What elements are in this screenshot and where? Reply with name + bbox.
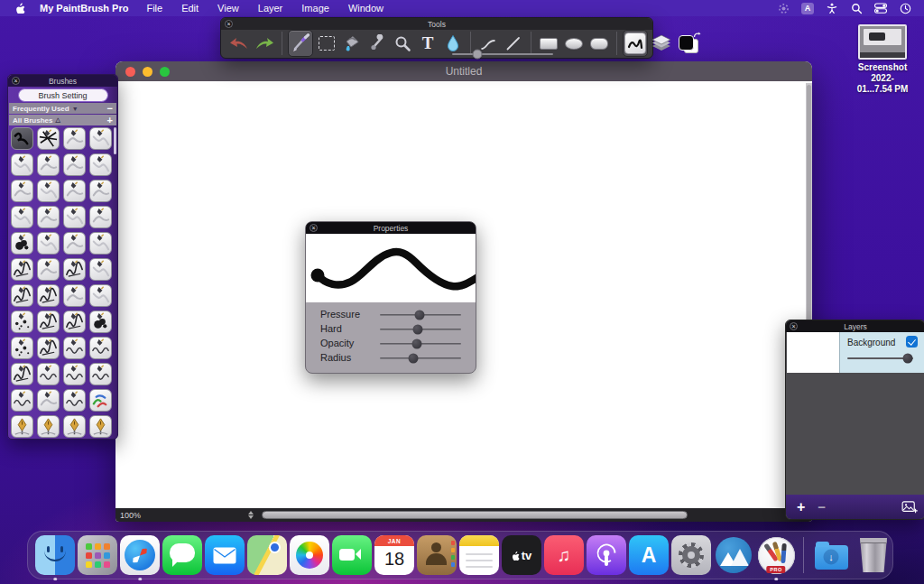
- dock-icon-tv[interactable]: tv: [502, 535, 541, 575]
- rounded-rect-shape-tool[interactable]: [587, 31, 611, 56]
- menu-item-window[interactable]: Window: [348, 3, 383, 14]
- brush-tile-ink[interactable]: [11, 258, 33, 281]
- tool-size-slider-handle[interactable]: [473, 50, 483, 60]
- brush-tile-faint[interactable]: [37, 206, 60, 228]
- brush-tile-ink[interactable]: [11, 284, 33, 307]
- brushes-scrollbar-thumb[interactable]: [114, 127, 117, 154]
- brush-setting-button[interactable]: Brush Setting: [18, 88, 108, 102]
- dock-icon-photos[interactable]: [290, 535, 329, 575]
- slider-track[interactable]: [380, 343, 461, 345]
- layers-tool[interactable]: [650, 31, 673, 56]
- horizontal-scrollbar-thumb[interactable]: [262, 511, 688, 519]
- brush-tile-cross[interactable]: [37, 127, 60, 150]
- add-image-layer-icon[interactable]: [901, 501, 918, 514]
- dock-icon-finder[interactable]: [35, 535, 75, 575]
- brush-tile-faint2[interactable]: [89, 232, 112, 255]
- layer-row-background[interactable]: Background: [787, 332, 924, 373]
- brush-tile-faint2[interactable]: [89, 258, 112, 281]
- add-brush-button[interactable]: +: [107, 116, 113, 125]
- zoom-stepper[interactable]: [247, 510, 255, 520]
- text-tool[interactable]: T: [416, 31, 439, 56]
- dock-icon-app-store[interactable]: A: [629, 535, 669, 575]
- slider-handle[interactable]: [412, 339, 422, 349]
- zoom-level-value[interactable]: 100%: [120, 511, 141, 520]
- properties-panel-titlebar[interactable]: × Properties: [306, 222, 476, 234]
- clock-icon[interactable]: [899, 2, 911, 14]
- dock-icon-downloads[interactable]: ↓: [811, 535, 851, 575]
- brush-tile-ink[interactable]: [63, 258, 86, 281]
- dock-icon-podcasts[interactable]: [587, 535, 626, 575]
- brush-tile-dark[interactable]: [11, 127, 33, 150]
- dock-icon-trash[interactable]: [854, 535, 893, 575]
- tool-size-slider-track[interactable]: [452, 53, 553, 55]
- dock-icon-notes[interactable]: [459, 535, 499, 575]
- dock-icon-system-preferences[interactable]: [671, 535, 711, 575]
- menu-item-image[interactable]: Image: [301, 3, 329, 14]
- brush-tile-faint2[interactable]: [11, 206, 33, 228]
- paintbrush-tool[interactable]: [288, 30, 313, 57]
- brush-tile-faint2[interactable]: [89, 127, 112, 150]
- slider-handle[interactable]: [408, 354, 418, 364]
- search-icon[interactable]: [850, 2, 863, 14]
- brush-tile-ink[interactable]: [37, 311, 60, 333]
- brush-tile-wave[interactable]: [63, 337, 86, 359]
- menu-item-layer[interactable]: Layer: [258, 3, 283, 14]
- slider-track[interactable]: [380, 329, 461, 330]
- brush-tile-faint[interactable]: [37, 389, 60, 412]
- close-icon[interactable]: ×: [225, 20, 233, 28]
- layer-opacity-slider[interactable]: [847, 357, 913, 359]
- slider-handle[interactable]: [415, 311, 425, 320]
- brush-tile-faint[interactable]: [63, 232, 86, 255]
- brush-tile-faint2[interactable]: [63, 206, 86, 228]
- brush-tile-color[interactable]: [89, 389, 112, 412]
- foreground-color-swatch[interactable]: [679, 35, 694, 51]
- brush-tile-faint[interactable]: [89, 180, 112, 202]
- brush-tile-darkblob[interactable]: [89, 311, 112, 333]
- chevron-down-icon[interactable]: ▼: [72, 106, 79, 112]
- color-swatch-tool[interactable]: [675, 31, 702, 56]
- brushes-panel-titlebar[interactable]: × Brushes: [8, 75, 117, 87]
- brush-tile-faint2[interactable]: [89, 153, 112, 176]
- brush-tile-faint2[interactable]: [37, 232, 60, 255]
- brush-tile-faint[interactable]: [11, 180, 33, 202]
- layer-thumbnail[interactable]: [787, 332, 840, 373]
- brush-tile-goldpen[interactable]: [63, 415, 86, 438]
- brush-tile-splat[interactable]: [11, 337, 33, 359]
- tool-size-slider[interactable]: [452, 52, 553, 56]
- menu-item-view[interactable]: View: [217, 3, 239, 14]
- desktop-screenshot-file[interactable]: Screenshot 2022-01...7.54 PM: [854, 24, 911, 95]
- brush-group-frequently-used[interactable]: Frequently Used ▼ −: [9, 103, 116, 114]
- window-titlebar[interactable]: Untitled: [116, 61, 812, 81]
- brush-tile-ink[interactable]: [37, 337, 60, 359]
- brush-tile-faint[interactable]: [37, 153, 60, 176]
- brush-group-all-brushes[interactable]: All Brushes △ +: [9, 115, 116, 125]
- dock-icon-mail[interactable]: [205, 535, 245, 575]
- layers-panel-titlebar[interactable]: × Layers: [786, 320, 924, 332]
- brush-tile-wave[interactable]: [63, 389, 86, 412]
- dock-icon-facetime[interactable]: [332, 535, 372, 575]
- chevron-up-icon[interactable]: △: [55, 116, 60, 124]
- slider-handle[interactable]: [413, 325, 423, 335]
- brush-tile-ink[interactable]: [11, 363, 33, 385]
- brush-tile-faint2[interactable]: [89, 284, 112, 307]
- brush-tile-faint[interactable]: [63, 153, 86, 176]
- brush-tile-faint[interactable]: [37, 258, 60, 281]
- dock-icon-mountain-app[interactable]: [714, 535, 753, 575]
- remove-brush-button[interactable]: −: [107, 104, 113, 113]
- tools-palette-titlebar[interactable]: × Tools: [221, 18, 652, 30]
- brush-tile-splat[interactable]: [11, 311, 33, 333]
- brush-tile-goldpen[interactable]: [37, 415, 60, 438]
- brush-tile-goldpen[interactable]: [89, 415, 112, 438]
- menu-item-file[interactable]: File: [146, 3, 162, 14]
- swap-colors-icon[interactable]: [693, 32, 701, 40]
- dock-icon-contacts[interactable]: [417, 535, 457, 575]
- keyboard-input-icon[interactable]: A: [801, 3, 814, 14]
- brush-tile-wave[interactable]: [89, 363, 112, 385]
- ellipse-shape-tool[interactable]: [562, 31, 586, 56]
- wrench-tool[interactable]: [365, 31, 389, 56]
- brush-tile-goldpen[interactable]: [11, 415, 33, 438]
- layer-opacity-handle[interactable]: [903, 354, 913, 364]
- brush-tile-faint[interactable]: [63, 127, 86, 150]
- screen-mirroring-icon[interactable]: [777, 2, 790, 14]
- dock-icon-safari[interactable]: [120, 535, 160, 575]
